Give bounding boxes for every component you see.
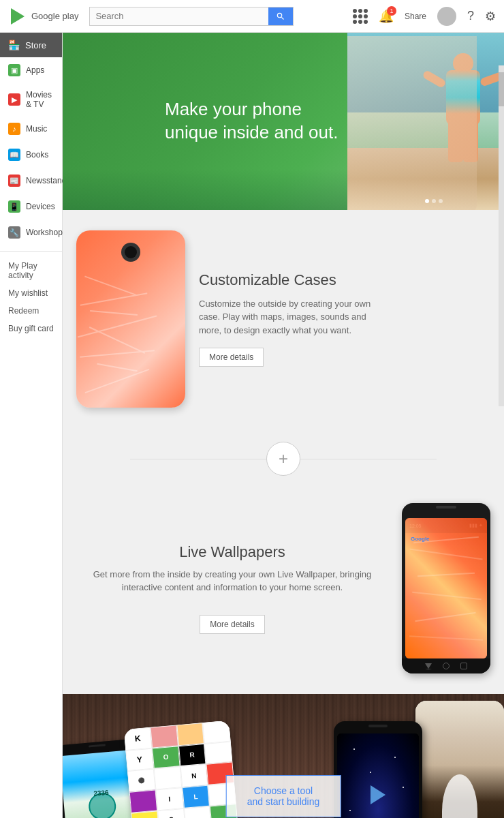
sidebar-item-store[interactable]: 🏪 Store [0,33,62,57]
google-play-icon [8,7,27,26]
scrollbar-track[interactable] [499,65,504,406]
hero-title: Make your phone unique inside and out. [165,98,356,145]
movies-icon: ▶ [8,93,20,106]
google-play-logo: Google play [8,7,78,26]
indicator-3 [439,199,443,203]
hero-indicators [425,199,443,203]
cases-more-details-button[interactable]: More details [199,348,264,367]
sidebar-link-gift-card[interactable]: Buy gift card [0,320,62,337]
sidebar-link-wishlist[interactable]: My wishlist [0,284,62,302]
sidebar-divider [0,251,62,252]
help-icon[interactable]: ? [467,9,474,23]
cta-line2: and start building [247,796,320,807]
music-icon: ♪ [8,123,20,135]
devices-icon: 📱 [8,200,20,213]
indicator-2 [432,199,436,203]
books-icon: 📖 [8,149,20,161]
share-button[interactable]: Share [405,12,426,21]
hero-text-area: Make your phone unique inside and out. [63,71,356,172]
star [394,757,396,758]
avatar[interactable] [437,7,456,26]
store-label: Store [25,40,46,50]
sidebar-item-books[interactable]: 📖 Books [0,142,62,168]
store-icon: 🏪 [8,40,20,50]
sidebar-item-label: Workshop [26,228,63,237]
notification-bell[interactable]: 🔔 1 [379,9,394,24]
cases-section: Customizable Cases Customize the outside… [63,210,504,428]
sidebar-link-my-play-activity[interactable]: My Play activity [0,257,62,284]
cta-button[interactable]: Choose a tool and start building [226,775,341,817]
wallpapers-title: Live Wallpapers [76,543,388,561]
phone-camera [121,243,140,262]
plus-circle: + [266,442,300,476]
cases-text-area: Customizable Cases Customize the outside… [199,271,490,367]
star [403,787,404,788]
sidebar-item-music[interactable]: ♪ Music [0,116,62,142]
search-button[interactable] [268,7,293,25]
phone-recent-button [460,663,467,669]
content-area: Make your phone unique inside and out. [63,33,504,818]
cta-line1: Choose a tool [247,785,320,796]
logo-label: Google play [31,11,78,21]
map-number: 2336 [93,789,109,798]
hero-banner: Make your phone unique inside and out. [63,33,504,210]
cases-description: Customize the outside by creating your o… [199,297,376,337]
sidebar-item-workshop[interactable]: 🔧 Workshop [0,219,62,245]
sidebar-item-label: Newsstand [26,176,66,185]
divider-line-left [130,459,266,459]
wallpapers-section: Live Wallpapers Get more from the inside… [63,489,504,694]
sidebar-item-label: Devices [26,202,55,211]
search-icon [276,12,285,21]
apps-icon: ▣ [8,64,20,76]
sidebar-link-redeem[interactable]: Redeem [0,302,62,320]
sidebar: 🏪 Store ▣ Apps ▶ Movies & TV ♪ Music 📖 B… [0,33,63,818]
svg-marker-0 [11,8,25,25]
topbar: Google play 🔔 [0,0,504,33]
star [349,810,351,811]
sidebar-item-label: Apps [26,65,44,75]
sidebar-item-devices[interactable]: 📱 Devices [0,194,62,219]
wedding-photo [415,701,504,818]
wood-wedding-case [415,701,504,818]
indicator-1 [425,199,429,203]
scrollbar-thumb[interactable] [499,72,504,106]
search-bar [89,7,294,26]
topbar-right: 🔔 1 Share ? ⚙ [353,7,496,26]
sidebar-item-movies[interactable]: ▶ Movies & TV [0,83,62,116]
workshop-icon: 🔧 [8,226,20,239]
plus-divider: + [63,428,504,489]
phone-home-bar [402,658,490,673]
phone-back-button [425,663,432,669]
phone-home-button [443,663,450,669]
wood-phone-space-screen: App App Key [337,733,419,818]
cases-phone-image [76,230,185,408]
space-background: App App Key [337,733,419,818]
search-input[interactable] [90,7,268,25]
wallpapers-description: Get more from the inside by creating you… [76,568,388,594]
divider-line-right [300,459,437,459]
star [353,748,355,750]
cases-title: Customizable Cases [199,271,490,289]
space-play-icon [371,785,385,804]
wallpapers-more-details-button[interactable]: More details [200,615,264,634]
sidebar-item-label: Books [26,150,48,160]
notification-badge: 1 [387,6,396,16]
wallpapers-phone: 12:05 ▮▮▮ ✦ Google [402,503,490,673]
wood-phone-space: App App Key [334,721,422,818]
phone-speaker [436,506,456,509]
wallpapers-phone-screen: 12:05 ▮▮▮ ✦ Google [405,518,487,658]
sidebar-item-newsstand[interactable]: 📰 Newsstand [0,168,62,194]
wallpapers-text-area: Live Wallpapers Get more from the inside… [76,543,402,634]
newsstand-icon: 📰 [8,175,20,187]
apps-grid-icon[interactable] [353,9,368,24]
star [370,772,371,773]
sidebar-item-apps[interactable]: ▣ Apps [0,57,62,83]
sidebar-item-label: Movies & TV [26,90,54,109]
google-logo: Google [411,536,430,542]
settings-icon[interactable]: ⚙ [485,9,496,24]
bottom-banner: 2336 K [63,694,504,818]
sidebar-item-label: Music [26,124,47,134]
